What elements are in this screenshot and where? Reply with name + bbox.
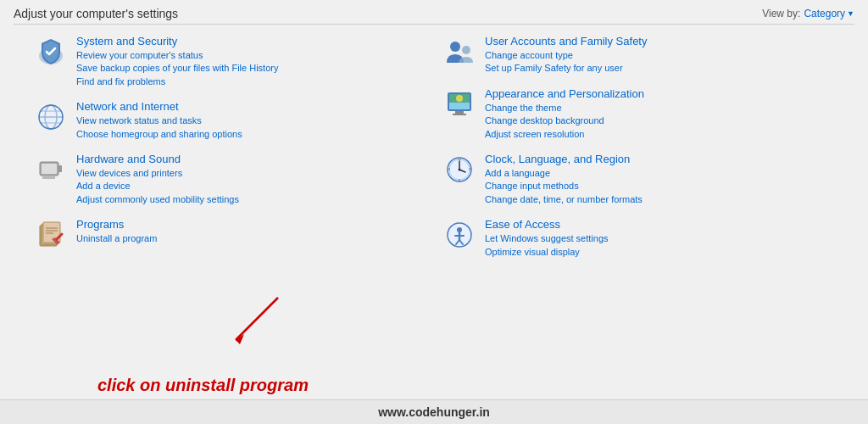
appearance-title[interactable]: Appearance and Personalization (485, 87, 644, 100)
chevron-down-icon: ▼ (847, 9, 854, 18)
programs-text: Programs Uninstall a program (76, 218, 157, 245)
appearance-icon (442, 87, 476, 121)
footer-text: www.codehunger.in (378, 405, 490, 419)
add-device-link[interactable]: Add a device (76, 180, 239, 192)
main-content: System and Security Review your computer… (0, 28, 868, 340)
backup-link[interactable]: Save backup copies of your files with Fi… (76, 62, 278, 75)
network-internet-title[interactable]: Network and Internet (76, 100, 242, 113)
svg-point-6 (40, 106, 62, 128)
user-accounts-title[interactable]: User Accounts and Family Safety (485, 35, 647, 47)
visual-display-link[interactable]: Optimize visual display (485, 246, 609, 259)
clock-language-text: Clock, Language, and Region Add a langua… (485, 153, 643, 206)
category-appearance[interactable]: Appearance and Personalization Change th… (442, 87, 834, 141)
svg-rect-12 (42, 176, 55, 179)
homegroup-link[interactable]: Choose homegroup and sharing options (76, 128, 242, 141)
mobility-link[interactable]: Adjust commonly used mobility settings (76, 193, 239, 206)
svg-line-45 (236, 298, 278, 340)
category-clock-language[interactable]: 12 3 6 9 Clock, Language, and Region Add… (442, 153, 834, 206)
desktop-bg-link[interactable]: Change desktop background (485, 114, 644, 127)
svg-point-27 (456, 95, 463, 102)
ease-of-access-title[interactable]: Ease of Access (485, 218, 609, 231)
page-title: Adjust your computer's settings (14, 7, 178, 20)
svg-rect-26 (449, 103, 470, 109)
change-account-type-link[interactable]: Change account type (485, 49, 647, 62)
windows-suggest-link[interactable]: Let Windows suggest settings (485, 232, 609, 245)
svg-rect-29 (453, 114, 466, 115)
svg-text:12: 12 (458, 157, 462, 161)
annotation-text: click on uninstall program (97, 376, 309, 395)
category-network-internet[interactable]: Network and Internet View network status… (34, 100, 426, 141)
hardware-sound-icon (34, 153, 68, 187)
network-internet-text: Network and Internet View network status… (76, 100, 242, 141)
svg-rect-8 (42, 164, 57, 174)
divider (14, 24, 854, 25)
clock-language-icon: 12 3 6 9 (442, 153, 476, 187)
fix-problems-link[interactable]: Find and fix problems (76, 75, 278, 88)
right-column: User Accounts and Family Safety Change a… (442, 35, 834, 333)
uninstall-program-link[interactable]: Uninstall a program (76, 232, 157, 245)
system-security-text: System and Security Review your computer… (76, 35, 278, 88)
svg-point-21 (450, 42, 460, 52)
view-by-control: View by: Category ▼ (762, 8, 854, 20)
hardware-sound-title[interactable]: Hardware and Sound (76, 153, 239, 165)
view-by-label: View by: (762, 8, 800, 20)
category-ease-of-access[interactable]: Ease of Access Let Windows suggest setti… (442, 218, 834, 259)
annotation-arrow (219, 293, 287, 353)
svg-point-22 (462, 46, 470, 54)
screen-resolution-link[interactable]: Adjust screen resolution (485, 128, 644, 141)
svg-rect-9 (58, 165, 62, 172)
change-theme-link[interactable]: Change the theme (485, 102, 644, 114)
top-bar: Adjust your computer's settings View by:… (0, 0, 868, 24)
input-methods-link[interactable]: Change input methods (485, 180, 643, 192)
programs-title[interactable]: Programs (76, 218, 157, 231)
devices-printers-link[interactable]: View devices and printers (76, 167, 239, 180)
date-time-formats-link[interactable]: Change date, time, or number formats (485, 193, 643, 206)
system-security-icon (34, 35, 68, 69)
ease-of-access-text: Ease of Access Let Windows suggest setti… (485, 218, 609, 259)
category-hardware-sound[interactable]: Hardware and Sound View devices and prin… (34, 153, 426, 206)
system-security-title[interactable]: System and Security (76, 35, 278, 47)
view-by-dropdown[interactable]: Category ▼ (804, 8, 854, 20)
clock-language-title[interactable]: Clock, Language, and Region (485, 153, 643, 165)
programs-icon (34, 218, 68, 252)
category-user-accounts[interactable]: User Accounts and Family Safety Change a… (442, 35, 834, 75)
network-status-link[interactable]: View network status and tasks (76, 114, 242, 127)
left-column: System and Security Review your computer… (34, 35, 426, 333)
ease-of-access-icon (442, 218, 476, 252)
svg-rect-28 (455, 111, 464, 114)
category-programs[interactable]: Programs Uninstall a program (34, 218, 426, 252)
control-panel-page: Adjust your computer's settings View by:… (0, 0, 868, 424)
annotation-section: click on uninstall program (0, 340, 868, 399)
network-internet-icon (34, 100, 68, 134)
family-safety-link[interactable]: Set up Family Safety for any user (485, 62, 647, 75)
footer: www.codehunger.in (0, 399, 868, 424)
user-accounts-text: User Accounts and Family Safety Change a… (485, 35, 647, 75)
appearance-text: Appearance and Personalization Change th… (485, 87, 644, 141)
category-system-security[interactable]: System and Security Review your computer… (34, 35, 426, 88)
review-status-link[interactable]: Review your computer's status (76, 49, 278, 62)
add-language-link[interactable]: Add a language (485, 167, 643, 180)
hardware-sound-text: Hardware and Sound View devices and prin… (76, 153, 239, 206)
svg-point-34 (459, 168, 461, 170)
user-accounts-icon (442, 35, 476, 69)
